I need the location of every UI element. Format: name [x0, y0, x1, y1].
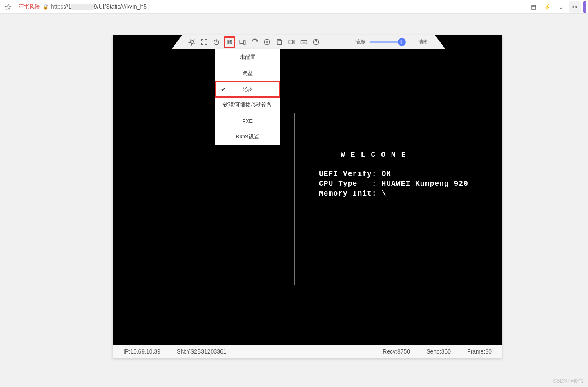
menu-item-label: PXE	[242, 118, 253, 124]
status-recv: Recv:8750	[383, 348, 410, 355]
status-ip: IP:10.69.10.39	[123, 348, 160, 355]
pin-icon[interactable]	[187, 37, 197, 47]
extension-icon[interactable]	[583, 1, 586, 13]
boot-option-hdd[interactable]: 硬盘	[215, 65, 280, 81]
scissors-icon[interactable]: ✂︎	[569, 1, 581, 13]
menu-item-label: 软驱/可插拔移动设备	[223, 101, 272, 109]
console-welcome: WELCOME	[341, 151, 412, 159]
browser-bar: ☆ 证书风险 🔒̸ https://19/UI/Static/#/kvm_h5 …	[0, 0, 588, 14]
menu-item-label: 未配置	[240, 53, 256, 61]
watermark: CSDN @俊伟	[553, 378, 583, 385]
boot-option-pxe[interactable]: PXE	[215, 113, 280, 129]
save-icon[interactable]	[274, 37, 284, 47]
boot-option-unconfigured[interactable]: 未配置	[215, 49, 280, 65]
toolbar-icons	[187, 36, 321, 48]
keyboard-icon[interactable]	[299, 37, 309, 47]
power-icon[interactable]	[212, 37, 221, 47]
menu-item-label: 光驱	[242, 86, 253, 93]
status-send: Send:360	[426, 348, 451, 355]
url-text: https://19/UI/Static/#/kvm_h5	[51, 3, 147, 10]
status-sn: SN:YS2B31203361	[177, 348, 226, 355]
address-bar[interactable]: 证书风险 🔒̸ https://19/UI/Static/#/kvm_h5	[16, 2, 528, 12]
menu-item-label: BIOS设置	[236, 133, 259, 140]
devices-icon[interactable]	[238, 37, 247, 47]
bookmark-star-icon[interactable]: ☆	[0, 2, 16, 12]
quality-label-clear: 清晰	[418, 38, 429, 46]
boot-option-bios[interactable]: BIOS设置	[215, 129, 280, 145]
record-icon[interactable]	[287, 37, 296, 47]
divider-line	[294, 113, 295, 285]
boot-option-cdrom[interactable]: ✔ 光驱	[215, 81, 280, 98]
disc-icon[interactable]	[262, 37, 272, 47]
quality-slider-thumb[interactable]: |||	[398, 38, 406, 46]
kvm-window: 流畅 ||| 清晰 WELCOME UEFI Verify: OK CPU Ty…	[113, 35, 502, 358]
mouse-sync-icon[interactable]	[250, 37, 260, 47]
boot-option-floppy[interactable]: 软驱/可插拔移动设备	[215, 97, 280, 113]
svg-rect-7	[301, 40, 307, 44]
chevron-down-icon[interactable]: ⌄	[555, 1, 567, 13]
status-bar: IP:10.69.10.39 SN:YS2B31203361 Recv:8750…	[113, 345, 502, 358]
browser-right-controls: ▦ ⚡ ⌄ ✂︎	[528, 0, 588, 13]
fullscreen-icon[interactable]	[199, 37, 209, 47]
boot-options-icon[interactable]	[224, 36, 235, 48]
quality-slider: 流畅 ||| 清晰	[355, 38, 429, 46]
remote-console[interactable]: WELCOME UEFI Verify: OK CPU Type : HUAWE…	[113, 49, 502, 345]
insecure-lock-icon: 🔒̸	[42, 4, 49, 10]
boot-options-menu: 未配置 硬盘 ✔ 光驱 软驱/可插拔移动设备 PXE BIOS设置	[215, 49, 280, 145]
svg-rect-5	[278, 39, 281, 41]
help-icon[interactable]	[311, 37, 321, 47]
status-frame: Frame:30	[467, 348, 492, 355]
svg-rect-1	[240, 40, 243, 43]
kvm-toolbar: 流畅 ||| 清晰	[113, 35, 502, 49]
svg-point-3	[264, 39, 270, 45]
svg-point-4	[267, 41, 268, 42]
check-icon: ✔	[221, 86, 226, 93]
console-info: UEFI Verify: OK CPU Type : HUAWEI Kunpen…	[319, 169, 468, 198]
menu-item-label: 硬盘	[242, 69, 253, 77]
cert-warning[interactable]: 证书风险	[19, 3, 40, 11]
quality-label-smooth: 流畅	[355, 38, 366, 46]
qr-icon[interactable]: ▦	[528, 1, 539, 13]
svg-rect-6	[289, 40, 293, 44]
quality-slider-track[interactable]: |||	[370, 41, 403, 43]
svg-rect-2	[243, 41, 245, 44]
bolt-icon[interactable]: ⚡	[541, 1, 553, 13]
